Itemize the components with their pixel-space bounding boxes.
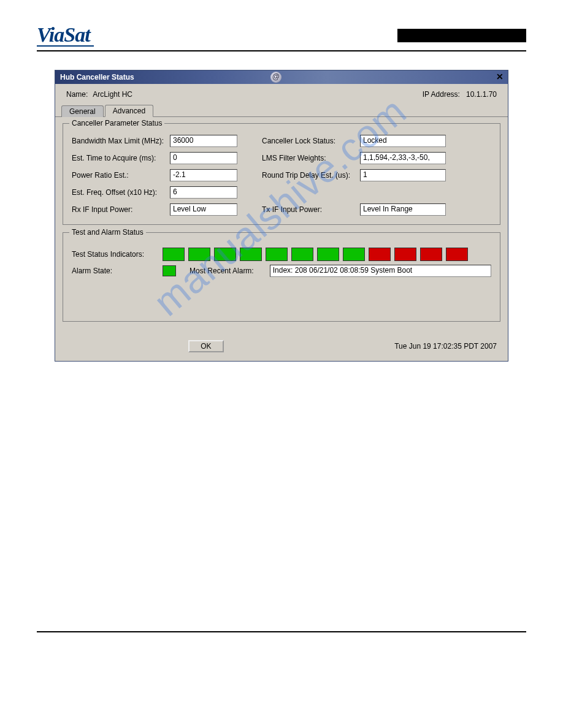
page-header: ViaSat: [37, 25, 526, 47]
status-indicator: [446, 248, 468, 261]
info-row: Name: ArcLight HC IP Address: 10.1.1.70: [55, 84, 508, 104]
tx-if-input-power-field[interactable]: Level In Range: [360, 203, 446, 216]
most-recent-alarm-field[interactable]: Index: 208 06/21/02 08:08:59 System Boot: [270, 265, 491, 277]
name-value: ArcLight HC: [93, 90, 132, 99]
canceller-lock-status-field[interactable]: Locked: [360, 135, 446, 147]
status-indicator: [266, 248, 288, 261]
header-redaction-bar: [397, 29, 526, 42]
tx-if-input-power-label: Tx IF Input Power:: [262, 205, 360, 214]
status-indicator: [420, 248, 442, 261]
most-recent-alarm-label: Most Recent Alarm:: [190, 267, 254, 275]
tab-strip: General Advanced: [55, 104, 508, 117]
status-indicator: [214, 248, 236, 261]
round-trip-delay-field[interactable]: 1: [360, 169, 446, 181]
dialog-timestamp: Tue Jun 19 17:02:35 PDT 2007: [394, 342, 497, 351]
status-indicator: [163, 248, 185, 261]
est-freq-offset-field[interactable]: 6: [170, 186, 237, 199]
status-indicator: [188, 248, 210, 261]
round-trip-delay-label: Round Trip Delay Est. (us):: [262, 171, 360, 180]
page-footer-rule: [37, 631, 526, 632]
ip-value: 10.1.1.70: [466, 90, 497, 99]
lms-filter-weights-label: LMS Filter Weights:: [262, 154, 360, 162]
alarm-state-indicator: [163, 265, 176, 276]
test-status-indicators-label: Test Status Indicators:: [72, 250, 158, 259]
status-indicator: [317, 248, 339, 261]
window-title: Hub Canceller Status: [60, 73, 268, 82]
test-alarm-group: Test and Alarm Status Test Status Indica…: [63, 232, 500, 322]
name-label: Name:: [66, 90, 88, 99]
dialog-window: Hub Canceller Status ✕ Name: ArcLight HC…: [55, 70, 508, 362]
status-indicator: [369, 248, 391, 261]
page-header-rule: [37, 50, 526, 51]
alarm-state-row: Alarm State: Most Recent Alarm: Index: 2…: [72, 265, 491, 277]
rx-if-input-power-field[interactable]: Level Low: [170, 203, 237, 216]
power-ratio-est-field[interactable]: -2.1: [170, 169, 237, 181]
power-ratio-est-label: Power Ratio Est.:: [72, 171, 170, 180]
dialog-footer: OK Tue Jun 19 17:02:35 PDT 2007: [55, 336, 508, 361]
est-freq-offset-label: Est. Freq. Offset (x10 Hz):: [72, 188, 170, 197]
canceller-parameter-title: Canceller Parameter Status: [69, 119, 164, 127]
window-app-icon: [270, 72, 282, 83]
status-indicator: [394, 248, 416, 261]
window-titlebar: Hub Canceller Status ✕: [55, 70, 508, 84]
close-button[interactable]: ✕: [494, 72, 505, 82]
est-time-to-acquire-field[interactable]: 0: [170, 152, 237, 164]
param-grid: Bandwidth Max Limit (MHz): 36000 Cancell…: [72, 135, 491, 216]
alarm-state-label: Alarm State:: [72, 267, 158, 275]
est-time-to-acquire-label: Est. Time to Acquire (ms):: [72, 154, 170, 162]
ip-label: IP Address:: [423, 90, 460, 99]
canceller-parameter-group: Canceller Parameter Status Bandwidth Max…: [63, 123, 500, 225]
rx-if-input-power-label: Rx IF Input Power:: [72, 205, 170, 214]
test-alarm-title: Test and Alarm Status: [69, 228, 146, 237]
bandwidth-max-limit-label: Bandwidth Max Limit (MHz):: [72, 137, 170, 145]
test-status-row: Test Status Indicators:: [72, 248, 491, 261]
lms-filter-weights-field[interactable]: 1,1,594,-2,33,-3,-50,: [360, 152, 446, 164]
status-indicator: [291, 248, 313, 261]
tab-body: Canceller Parameter Status Bandwidth Max…: [55, 117, 508, 336]
viasat-logo: ViaSat: [37, 25, 94, 47]
status-indicator: [343, 248, 365, 261]
test-status-indicators: [163, 248, 491, 261]
tab-general[interactable]: General: [61, 105, 104, 117]
canceller-lock-status-label: Canceller Lock Status:: [262, 137, 360, 145]
ip-block: IP Address: 10.1.1.70: [423, 90, 497, 99]
ok-button[interactable]: OK: [188, 340, 223, 352]
tab-advanced[interactable]: Advanced: [105, 105, 153, 117]
status-indicator: [240, 248, 262, 261]
bandwidth-max-limit-field[interactable]: 36000: [170, 135, 237, 147]
